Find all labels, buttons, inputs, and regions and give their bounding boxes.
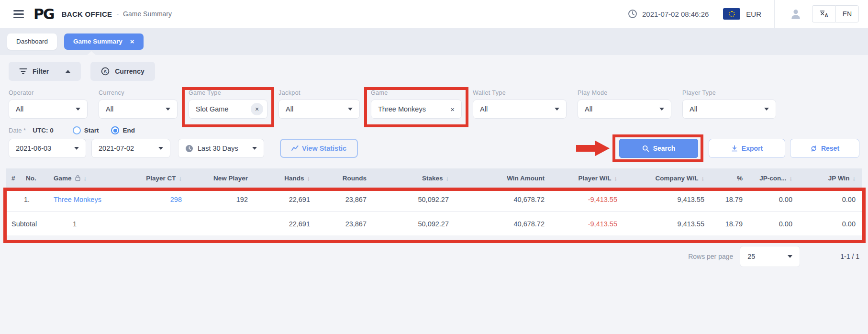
filter-toggle-label: Filter (33, 67, 49, 75)
play-mode-select[interactable]: All (578, 100, 671, 119)
cell-game: Three Monkeys (46, 188, 122, 212)
radio-end-circle[interactable] (111, 126, 119, 134)
sort-desc-icon[interactable]: ↓ (307, 175, 311, 182)
col-player-ct[interactable]: Player CT↓ (122, 168, 189, 188)
sort-desc-icon[interactable]: ↓ (790, 175, 793, 182)
cell-stakes: 50,092.27 (373, 188, 456, 212)
topbar-divider (774, 0, 775, 28)
date-preset-select[interactable]: Last 30 Days (178, 139, 264, 158)
subtotal-rounds: 23,867 (317, 212, 373, 235)
subtotal-percent: 18.79 (711, 212, 749, 235)
clock-icon (628, 9, 637, 19)
brand-logo: PG (33, 6, 54, 22)
currency-toggle-label: Currency (115, 67, 144, 75)
wallet-type-select[interactable]: All (473, 100, 567, 119)
sort-desc-icon[interactable]: ↓ (446, 175, 449, 182)
currency-toggle-button[interactable]: S Currency (90, 62, 155, 81)
subtotal-new-player (189, 212, 255, 235)
rows-per-page-select[interactable]: 25 (740, 246, 800, 267)
table-header-row: # No. Game ↓ Player CT↓ New Player Ha (6, 168, 862, 188)
play-mode-value: All (585, 105, 592, 113)
filter-operator: Operator All (9, 89, 88, 119)
date-section: Date * UTC: 0 Start End 2021-06-03 2021-… (0, 119, 868, 158)
top-bar: PG BACK OFFICE - Game Summary 2021-07-02… (0, 0, 868, 28)
tab-close-icon[interactable]: × (130, 38, 134, 45)
radio-end[interactable]: End (111, 126, 135, 134)
radio-start-circle[interactable] (73, 126, 81, 134)
eu-flag-icon[interactable] (723, 8, 740, 20)
statistic-icon (291, 145, 299, 151)
page-title: Game Summary (123, 10, 172, 18)
col-jp-win[interactable]: JP Win↓ (799, 168, 862, 188)
sort-desc-icon[interactable]: ↓ (179, 175, 182, 182)
filter-toggle-button[interactable]: Filter (9, 62, 81, 81)
operator-label: Operator (9, 89, 88, 96)
export-label: Export (742, 145, 763, 152)
tab-dashboard[interactable]: Dashboard (7, 33, 57, 50)
col-hands[interactable]: Hands↓ (255, 168, 317, 188)
wallet-type-value: All (480, 105, 488, 113)
game-select[interactable]: Three Monkeys × (371, 100, 462, 119)
player-type-label: Player Type (682, 89, 776, 96)
cell-percent: 18.79 (711, 188, 749, 212)
subtotal-count: 1 (46, 212, 122, 235)
language-button[interactable]: EN (835, 5, 859, 22)
sort-desc-icon[interactable]: ↓ (853, 175, 856, 182)
jackpot-label: Jackpot (278, 89, 360, 96)
operator-select[interactable]: All (9, 100, 88, 119)
export-icon (731, 145, 738, 152)
currency-code[interactable]: EUR (746, 10, 761, 18)
reset-button[interactable]: Reset (790, 139, 859, 158)
date-to-value: 2021-07-02 (99, 145, 134, 152)
lock-icon[interactable] (75, 175, 81, 181)
col-company-wl[interactable]: Company W/L↓ (624, 168, 711, 188)
caret-down-icon (252, 147, 257, 150)
export-button[interactable]: Export (709, 139, 785, 158)
tab-game-summary[interactable]: Game Summary × (64, 33, 144, 50)
sort-desc-icon[interactable]: ↓ (701, 175, 705, 182)
filter-game-type: Game Type Slot Game × (189, 89, 267, 119)
svg-text:S: S (104, 69, 107, 74)
caret-down-icon (74, 147, 79, 150)
radio-start[interactable]: Start (73, 126, 99, 134)
date-preset-value: Last 30 Days (198, 145, 238, 152)
rows-per-page-value: 25 (747, 253, 755, 260)
game-label: Game (371, 89, 462, 96)
currency-select[interactable]: All (99, 100, 178, 119)
cell-hash (6, 188, 23, 212)
translate-icon[interactable]: A (812, 5, 835, 22)
date-from-select[interactable]: 2021-06-03 (9, 139, 86, 158)
subtotal-win-amount: 40,678.72 (456, 212, 551, 235)
col-player-wl[interactable]: Player W/L↓ (551, 168, 624, 188)
caret-down-icon (76, 108, 80, 111)
game-type-select[interactable]: Slot Game × (189, 100, 267, 119)
search-button[interactable]: Search (619, 139, 698, 158)
user-icon[interactable] (790, 8, 802, 20)
page-range-label: 1-1 / 1 (840, 253, 859, 260)
player-ct-link[interactable]: 298 (170, 196, 182, 203)
tab-strip: Dashboard Game Summary × (0, 28, 868, 55)
col-stakes[interactable]: Stakes↓ (373, 168, 456, 188)
col-rounds: Rounds (317, 168, 373, 188)
filter-icon (19, 68, 27, 75)
col-jp-con[interactable]: JP-con...↓ (749, 168, 799, 188)
subtotal-player-ct (122, 212, 189, 235)
jackpot-select[interactable]: All (278, 100, 360, 119)
player-type-select[interactable]: All (682, 100, 776, 119)
clear-game-icon[interactable]: × (450, 105, 455, 113)
sort-desc-icon[interactable]: ↓ (614, 175, 618, 182)
date-to-select[interactable]: 2021-07-02 (91, 139, 170, 158)
view-statistic-label: View Statistic (302, 145, 346, 152)
current-datetime: 2021-07-02 08:46:26 (642, 10, 709, 18)
sort-desc-icon[interactable]: ↓ (84, 175, 87, 182)
content-area: Filter S Currency Operator All Currency … (0, 55, 868, 334)
caret-down-icon (158, 147, 163, 150)
filter-wallet-type: Wallet Type All (473, 89, 567, 119)
hamburger-menu-icon[interactable] (11, 8, 26, 20)
clear-game-type-icon[interactable]: × (251, 103, 263, 115)
tab-game-summary-label: Game Summary (73, 38, 122, 45)
game-link[interactable]: Three Monkeys (54, 196, 101, 203)
col-game[interactable]: Game ↓ (46, 168, 122, 188)
view-statistic-button[interactable]: View Statistic (280, 139, 358, 158)
col-player-ct-label: Player CT (146, 175, 176, 182)
